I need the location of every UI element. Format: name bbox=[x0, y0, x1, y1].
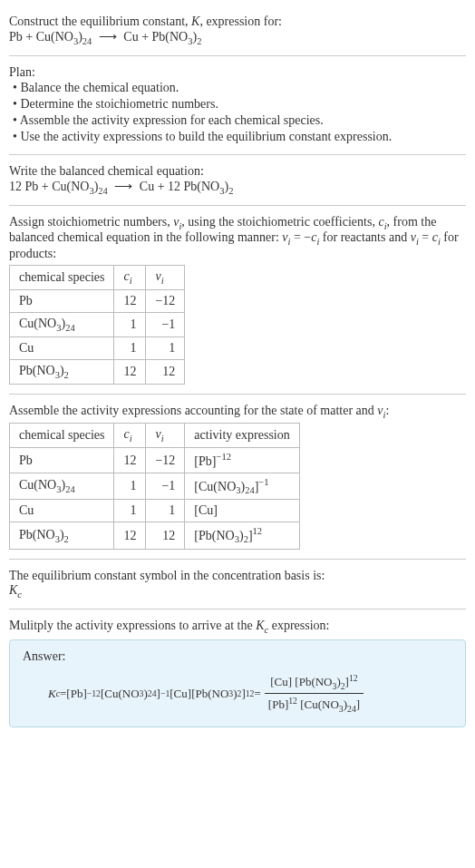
col-vi: νi bbox=[146, 266, 185, 290]
table-header-row: chemical species ci νi activity expressi… bbox=[10, 424, 300, 448]
activity-cell: [Pb(NO3)2]12 bbox=[185, 522, 299, 549]
divider bbox=[9, 609, 466, 610]
title-end: , expression for: bbox=[199, 15, 282, 28]
balanced-section: Write the balanced chemical equation: 12… bbox=[9, 159, 466, 201]
c-cell: 1 bbox=[114, 312, 146, 336]
divider bbox=[9, 55, 466, 56]
multiply-section: Mulitply the activity expressions to arr… bbox=[9, 613, 466, 734]
plan-list: • Balance the chemical equation. • Deter… bbox=[9, 80, 466, 145]
divider bbox=[9, 154, 466, 155]
t: Pb(NO bbox=[19, 364, 55, 377]
s: 24 bbox=[65, 484, 75, 494]
activity-section: Assemble the activity expressions accoun… bbox=[9, 398, 466, 555]
divider bbox=[9, 559, 466, 560]
s: 2 bbox=[64, 370, 69, 380]
eq-rhs-text: Cu + Pb(NO bbox=[123, 30, 188, 44]
v-cell: −1 bbox=[146, 473, 185, 499]
t: [Cu(NO bbox=[194, 479, 236, 493]
c: c bbox=[17, 590, 22, 600]
activity-cell: [Cu(NO3)24]−1 bbox=[185, 473, 299, 499]
text: expression: bbox=[268, 619, 329, 632]
c-cell: 1 bbox=[114, 336, 146, 359]
eq-lhs: Pb + Cu(NO3)24 bbox=[9, 30, 95, 44]
table-row: Pb 12 −12 [Pb]−12 bbox=[10, 448, 300, 473]
balanced-heading: Write the balanced chemical equation: bbox=[9, 164, 466, 179]
colon: : bbox=[385, 404, 389, 417]
activity-cell: [Pb]−12 bbox=[185, 448, 299, 473]
t: [Pb(NO bbox=[194, 529, 234, 542]
t: [Cu(NO bbox=[101, 687, 140, 701]
table-row: Cu(NO3)24 1 −1 [Cu(NO3)24]−1 bbox=[10, 473, 300, 499]
v-cell: 1 bbox=[146, 500, 185, 522]
species-cell: Cu bbox=[10, 500, 114, 522]
eq: = − bbox=[290, 230, 311, 244]
v-cell: 12 bbox=[146, 359, 185, 384]
plan-item: • Balance the chemical equation. bbox=[13, 80, 466, 96]
t: [Pb] bbox=[66, 687, 86, 701]
plan-item: • Assemble the activity expression for e… bbox=[13, 112, 466, 129]
t: [Pb] bbox=[268, 698, 288, 712]
kc-symbol-section: The equilibrium constant symbol in the c… bbox=[9, 563, 466, 605]
species-cell: Pb(NO3)2 bbox=[10, 359, 114, 384]
eq-rhs: Cu + Pb(NO3)2 bbox=[123, 30, 201, 44]
stoich-table: chemical species ci νi Pb 12 −12 Cu(NO3)… bbox=[9, 265, 185, 384]
col-ci: ci bbox=[114, 266, 146, 290]
numerator: [Cu] [Pb(NO3)2]12 bbox=[267, 673, 361, 693]
text: Assign stoichiometric numbers, bbox=[9, 215, 173, 229]
species-cell: Cu(NO3)24 bbox=[10, 473, 114, 499]
t: [Pb] bbox=[194, 454, 216, 468]
kc-text: The equilibrium constant symbol in the c… bbox=[9, 569, 466, 583]
t: ] bbox=[356, 698, 360, 712]
species-cell: Pb bbox=[10, 448, 114, 473]
v-cell: −12 bbox=[146, 448, 185, 473]
activity-cell: [Cu] bbox=[185, 500, 299, 522]
v-cell: 12 bbox=[146, 522, 185, 549]
c-cell: 1 bbox=[114, 500, 146, 522]
c-cell: 1 bbox=[114, 473, 146, 499]
balanced-equation: 12 Pb + Cu(NO3)24 ⟶ Cu + 12 Pb(NO3)2 bbox=[9, 179, 466, 196]
divider bbox=[9, 205, 466, 206]
eq-lhs-text: Pb + Cu(NO bbox=[9, 30, 73, 44]
t: Pb(NO bbox=[19, 528, 55, 541]
table-row: Pb(NO3)2 12 12 [Pb(NO3)2]12 bbox=[10, 522, 300, 549]
sub: 24 bbox=[98, 186, 108, 196]
arrow-icon: ⟶ bbox=[95, 30, 121, 44]
s: 24 bbox=[65, 323, 75, 333]
sub: 2 bbox=[197, 36, 201, 46]
t: [Cu(NO bbox=[300, 698, 339, 712]
sup: −1 bbox=[258, 477, 268, 487]
t: [Cu] bbox=[170, 687, 191, 701]
K: K bbox=[256, 619, 264, 632]
text: Assemble the activity expressions accoun… bbox=[9, 404, 377, 417]
i: i bbox=[161, 434, 164, 444]
species-cell: Pb(NO3)2 bbox=[10, 522, 114, 549]
plan-section: Plan: • Balance the chemical equation. •… bbox=[9, 60, 466, 151]
K: K bbox=[48, 687, 56, 701]
lhs: 12 Pb + Cu(NO bbox=[9, 180, 89, 193]
answer-label: Answer: bbox=[23, 649, 452, 664]
col-species: chemical species bbox=[10, 266, 114, 290]
table-row: Cu(NO3)24 1 −1 bbox=[10, 312, 185, 336]
activity-table: chemical species ci νi activity expressi… bbox=[9, 423, 300, 549]
stoich-section: Assign stoichiometric numbers, νi, using… bbox=[9, 210, 466, 390]
i: i bbox=[130, 276, 132, 286]
t: [Cu] [Pb(NO bbox=[270, 676, 332, 689]
i: i bbox=[161, 276, 164, 286]
text: Mulitply the activity expressions to arr… bbox=[9, 619, 256, 632]
text: for reactants and bbox=[319, 230, 410, 244]
col-vi: νi bbox=[146, 424, 185, 448]
sup: 12 bbox=[288, 696, 297, 706]
eq: = bbox=[254, 687, 260, 701]
i: i bbox=[130, 434, 132, 444]
v-cell: 1 bbox=[146, 336, 185, 359]
plan-item: • Determine the stoichiometric numbers. bbox=[13, 96, 466, 112]
denominator: [Pb]12 [Cu(NO3)24] bbox=[265, 693, 364, 714]
col-ci: ci bbox=[114, 424, 146, 448]
c-cell: 12 bbox=[114, 359, 146, 384]
answer-box: Answer: Kc = [Pb]−12 [Cu(NO3)24]−1 [Cu] … bbox=[9, 639, 466, 727]
sup: −12 bbox=[87, 688, 101, 698]
sup: −1 bbox=[160, 688, 170, 698]
t: Cu(NO bbox=[19, 317, 56, 330]
sup: −12 bbox=[216, 452, 230, 462]
kc-symbol: Kc bbox=[9, 583, 466, 600]
